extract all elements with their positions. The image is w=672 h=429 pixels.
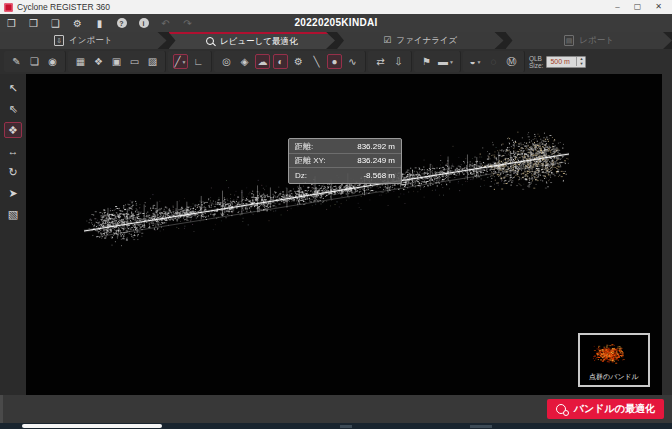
- application-window: Cyclone REGISTER 360 – ▢ ✕ ❒❐❑⚙▮?i↶↷ 202…: [0, 0, 672, 429]
- toolbar-group: ⇄⇩: [368, 51, 412, 72]
- magnifier-icon: [206, 37, 215, 46]
- workflow-tab-3[interactable]: ☑ファイナライズ: [337, 32, 504, 49]
- spinner-down-icon[interactable]: ▼: [579, 62, 583, 67]
- setup-visibility-icon[interactable]: ⚑: [419, 54, 434, 69]
- ortho-view-icon[interactable]: ▣: [109, 54, 124, 69]
- measurement-tooltip: 距離: 836.292 m距離 XY: 836.249 mDz: -8.568 …: [288, 138, 402, 184]
- right-panel-strip: [662, 74, 672, 395]
- workflow-tab-2[interactable]: レビューして最適化: [169, 32, 336, 49]
- pano-view-icon[interactable]: ❖: [91, 54, 106, 69]
- publish-project-icon[interactable]: ❑: [49, 17, 62, 30]
- measurement-row: 距離 XY: 836.249 m: [289, 154, 401, 168]
- taskbar-search-box[interactable]: [22, 424, 162, 428]
- cube-view-tool-icon[interactable]: ▧: [4, 206, 22, 222]
- display-mode-icon[interactable]: ▬▼: [437, 54, 455, 69]
- measurement-value: -8.568 m: [363, 171, 395, 180]
- apply-transform-icon[interactable]: ⇄: [373, 54, 388, 69]
- taskbar-item[interactable]: [470, 425, 492, 428]
- close-button[interactable]: ✕: [655, 0, 662, 14]
- qlb-size-input[interactable]: 500 m ▲ ▼: [546, 56, 586, 68]
- workflow-tab-1[interactable]: ⇩インポート: [0, 32, 167, 49]
- fly-navigate-tool-icon[interactable]: ➤: [4, 185, 22, 201]
- point-cloud-icon[interactable]: ☁: [255, 54, 270, 69]
- check-icon: ☑: [383, 36, 391, 45]
- optimize-bundle-label: バンドルの最適化: [574, 402, 655, 416]
- toolbar-group: ╱▼∟: [168, 51, 212, 72]
- orbit-tool-icon[interactable]: ↻: [4, 164, 22, 180]
- undo-icon[interactable]: ↶: [159, 17, 172, 30]
- workflow-tab-4[interactable]: ▤レポート: [506, 32, 672, 49]
- viewpoint-capture-icon[interactable]: ❏: [27, 54, 42, 69]
- camera-snapshot-icon[interactable]: ▦: [73, 54, 88, 69]
- minimize-button[interactable]: –: [615, 0, 619, 14]
- measure-distance-icon[interactable]: ╱▼: [173, 54, 188, 69]
- main-area: ↖⇖❖↔↻➤▧ 距離: 836.292 m距離 XY: 836.249 mDz:…: [0, 74, 672, 395]
- point-cloud-canvas[interactable]: [26, 74, 662, 395]
- measure-span-tool-icon[interactable]: ↔: [4, 143, 22, 159]
- trajectory-line-icon[interactable]: ╲: [309, 54, 324, 69]
- setup-sphere-icon[interactable]: ◐: [273, 54, 288, 69]
- bundle-thumbnail[interactable]: 点群のバンドル: [578, 333, 650, 387]
- auto-align-gear-icon[interactable]: ⚙: [291, 54, 306, 69]
- delete-project-icon[interactable]: ▮: [93, 17, 106, 30]
- link-target-icon[interactable]: ◎: [219, 54, 234, 69]
- tab-label: レビューして最適化: [220, 36, 298, 48]
- measure-angle-icon[interactable]: ∟: [191, 54, 206, 69]
- measurement-value: 836.249 m: [357, 156, 395, 165]
- measurement-label: 距離:: [295, 141, 313, 152]
- optimize-bundle-button[interactable]: バンドルの最適化: [547, 399, 664, 419]
- map-view-icon[interactable]: Ⓜ: [504, 54, 519, 69]
- tag-annotation-icon[interactable]: ◈: [237, 54, 252, 69]
- select-tool-icon[interactable]: ↖: [4, 80, 22, 96]
- report-icon: ▤: [564, 35, 575, 46]
- geo-pin-icon[interactable]: ●: [327, 54, 342, 69]
- menu-icons: ❒❐❑⚙▮?i↶↷: [5, 17, 194, 30]
- toolbar-group: ✎❏◉: [4, 51, 66, 72]
- tab-label: ファイナライズ: [396, 35, 457, 47]
- measurement-label: 距離 XY:: [295, 155, 326, 166]
- zoom-region-icon[interactable]: ◉: [45, 54, 60, 69]
- taskbar-item[interactable]: [340, 425, 352, 428]
- sync-views-icon[interactable]: ◌: [486, 54, 501, 69]
- clip-section-icon[interactable]: ▨: [145, 54, 160, 69]
- qlb-size-control: QLBSize: 500 m ▲ ▼: [529, 55, 586, 69]
- send-to-bundle-icon[interactable]: ⇩: [391, 54, 406, 69]
- open-project-icon[interactable]: ❒: [5, 17, 18, 30]
- point-cloud-viewport[interactable]: 距離: 836.292 m距離 XY: 836.249 mDz: -8.568 …: [26, 74, 662, 395]
- multi-select-tool-icon[interactable]: ⇖: [4, 101, 22, 117]
- save-project-icon[interactable]: ❐: [27, 17, 40, 30]
- info-icon: i: [139, 18, 149, 28]
- render-options-icon[interactable]: ◒▼: [468, 54, 483, 69]
- maximize-button[interactable]: ▢: [634, 0, 642, 14]
- help-icon: ?: [117, 18, 127, 28]
- dropdown-caret-icon[interactable]: ▼: [477, 59, 482, 65]
- info-icon[interactable]: i: [137, 17, 150, 30]
- dropdown-caret-icon[interactable]: ▼: [449, 59, 454, 65]
- app-logo-icon: [4, 3, 13, 12]
- spline-path-icon[interactable]: ∿: [345, 54, 360, 69]
- title-bar: Cyclone REGISTER 360 – ▢ ✕: [0, 0, 672, 14]
- settings-gear-icon[interactable]: ⚙: [71, 17, 84, 30]
- window-controls: – ▢ ✕: [615, 0, 668, 14]
- measurement-row: Dz: -8.568 m: [289, 168, 401, 182]
- quick-access-toolbar: ❒❐❑⚙▮?i↶↷ 20220205KINDAI: [0, 14, 672, 32]
- help-icon[interactable]: ?: [115, 17, 128, 30]
- measurement-row: 距離: 836.292 m: [289, 140, 401, 154]
- bundle-thumbnail-image: [582, 336, 646, 372]
- pan-move-tool-icon[interactable]: ❖: [4, 122, 22, 138]
- bundle-optimize-icon: [556, 403, 569, 416]
- project-name: 20220205KINDAI: [294, 14, 377, 32]
- footer-bar: バンドルの最適化: [0, 395, 672, 423]
- markup-tool-icon[interactable]: ✎: [9, 54, 24, 69]
- limit-box-icon[interactable]: ▭: [127, 54, 142, 69]
- dropdown-caret-icon[interactable]: ▼: [182, 59, 187, 65]
- redo-icon[interactable]: ↷: [181, 17, 194, 30]
- toolbar-group: ◒▼◌Ⓜ: [463, 51, 525, 72]
- toolbar-group: ◎◈☁◐⚙╲●∿: [214, 51, 366, 72]
- measurement-label: Dz:: [295, 171, 307, 180]
- app-title: Cyclone REGISTER 360: [17, 2, 110, 12]
- qlb-size-value: 500 m: [547, 58, 576, 65]
- tool-sidebar: ↖⇖❖↔↻➤▧: [0, 74, 26, 395]
- tab-label: インポート: [69, 35, 112, 47]
- qlb-spinner[interactable]: ▲ ▼: [576, 57, 585, 66]
